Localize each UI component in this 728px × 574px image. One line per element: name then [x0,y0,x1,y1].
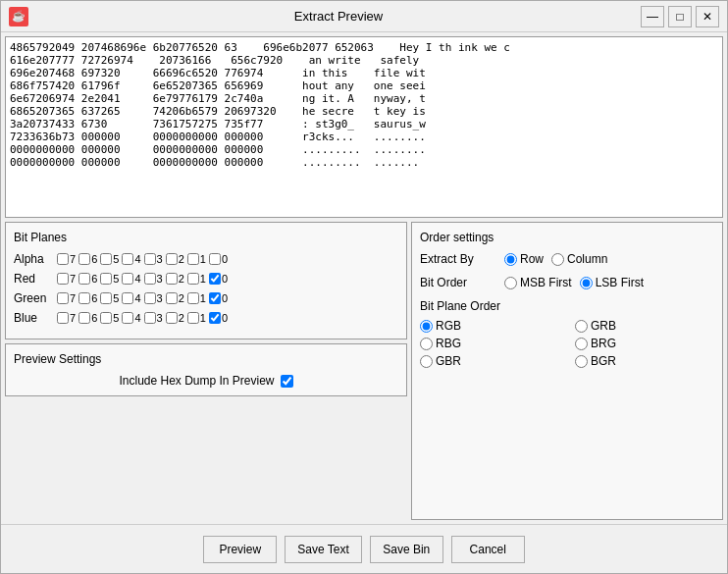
green-bit-6-checkbox[interactable] [78,292,90,304]
alpha-bit-5-checkbox[interactable] [100,253,112,265]
blue-bit-6-checkbox[interactable] [78,312,90,324]
extract-by-column-option: Column [551,252,607,266]
blue-bit-7: 7 [57,312,76,324]
green-bit-2-checkbox[interactable] [166,292,178,304]
red-label: Red [14,272,53,286]
red-bit-0-checkbox[interactable] [209,273,221,285]
green-bit-1-checkbox[interactable] [187,292,199,304]
save-text-button[interactable]: Save Text [285,536,361,563]
preview-settings-title: Preview Settings [14,352,398,366]
hex-dump-checkbox[interactable] [281,375,293,388]
bit-plane-order-grid: RGB GRB RBG BRG [420,319,714,368]
alpha-bits: 7 6 5 4 3 2 1 0 [57,253,228,265]
maximize-button[interactable]: □ [668,6,692,27]
alpha-label: Alpha [14,252,53,266]
blue-bit-7-checkbox[interactable] [57,312,69,324]
alpha-bit-5: 5 [100,253,119,265]
alpha-bit-2: 2 [166,253,184,265]
blue-bit-5: 5 [100,312,119,324]
bit-order-row: Bit Order MSB First LSB First [420,276,714,289]
alpha-bit-6: 6 [78,253,97,265]
bpo-rgb-radio[interactable] [420,320,433,333]
red-bit-6: 6 [78,273,97,285]
green-bit-5-checkbox[interactable] [100,292,112,304]
bit-order-options: MSB First LSB First [504,276,644,289]
blue-bit-3: 3 [144,312,163,324]
blue-bit-2: 2 [166,312,184,324]
blue-bit-6: 6 [78,312,97,324]
red-bit-4-checkbox[interactable] [122,273,133,285]
bpo-gbr: GBR [420,354,559,368]
extract-by-row-radio[interactable] [504,253,517,266]
red-bit-7-checkbox[interactable] [57,273,69,285]
main-content: Bit Planes Alpha 7 6 5 4 3 2 1 0 [1,218,727,524]
green-bit-5: 5 [100,292,119,304]
preview-button[interactable]: Preview [203,536,277,563]
green-bit-3-checkbox[interactable] [144,292,156,304]
window-title: Extract Preview [36,9,641,24]
alpha-bit-6-checkbox[interactable] [78,253,90,265]
bit-plane-order-title: Bit Plane Order [420,299,714,313]
order-settings-panel: Order settings Extract By Row Column [411,222,723,520]
extract-by-column-radio[interactable] [551,253,564,266]
red-bit-1-checkbox[interactable] [187,273,199,285]
green-bit-4-checkbox[interactable] [122,292,133,304]
red-bit-0: 0 [209,273,228,285]
green-bit-4: 4 [122,292,140,304]
blue-bit-4-checkbox[interactable] [122,312,133,324]
msb-first-option: MSB First [504,276,572,289]
red-bit-5-checkbox[interactable] [100,273,112,285]
bpo-grb-radio[interactable] [575,320,588,333]
blue-bit-3-checkbox[interactable] [144,312,156,324]
bpo-rbg-radio[interactable] [420,338,433,350]
blue-label: Blue [14,311,53,325]
bpo-gbr-radio[interactable] [420,355,433,368]
blue-bit-0-checkbox[interactable] [209,312,221,324]
title-bar: ☕ Extract Preview — □ ✕ [1,1,727,32]
cancel-button[interactable]: Cancel [451,536,525,563]
close-button[interactable]: ✕ [696,6,719,27]
alpha-bit-7-checkbox[interactable] [57,253,69,265]
minimize-button[interactable]: — [641,6,664,27]
red-bit-2: 2 [166,273,184,285]
alpha-bit-3-checkbox[interactable] [144,253,156,265]
alpha-bit-1-checkbox[interactable] [187,253,199,265]
alpha-bit-0-checkbox[interactable] [209,253,221,265]
preview-settings-panel: Preview Settings Include Hex Dump In Pre… [5,343,407,396]
alpha-bit-4-checkbox[interactable] [122,253,133,265]
green-label: Green [14,291,53,305]
red-bit-4: 4 [122,273,140,285]
alpha-bit-3: 3 [144,253,163,265]
bpo-rgb: RGB [420,319,559,333]
red-bit-2-checkbox[interactable] [166,273,178,285]
order-settings-title: Order settings [420,231,714,244]
alpha-bit-2-checkbox[interactable] [166,253,178,265]
save-bin-button[interactable]: Save Bin [370,536,443,563]
bpo-bgr-radio[interactable] [575,355,588,368]
green-bit-2: 2 [166,292,184,304]
red-bit-3-checkbox[interactable] [144,273,156,285]
bpo-brg-radio[interactable] [575,338,588,350]
green-bit-1: 1 [187,292,206,304]
extract-by-row: Extract By Row Column [420,252,714,266]
red-bit-5: 5 [100,273,119,285]
window-controls: — □ ✕ [641,6,719,27]
bpo-grb: GRB [575,319,714,333]
lsb-first-radio[interactable] [580,277,593,289]
blue-bit-1-checkbox[interactable] [187,312,199,324]
red-bit-6-checkbox[interactable] [78,273,90,285]
blue-bit-5-checkbox[interactable] [100,312,112,324]
alpha-bit-4: 4 [122,253,140,265]
green-bit-3: 3 [144,292,163,304]
preview-text[interactable]: 4865792049 207468696e 6b20776520 63 696e… [6,37,722,217]
blue-bit-1: 1 [187,312,206,324]
msb-first-radio[interactable] [504,277,517,289]
blue-bit-2-checkbox[interactable] [166,312,178,324]
red-bits: 7 6 5 4 3 2 1 0 [57,273,228,285]
green-bit-7-checkbox[interactable] [57,292,69,304]
bit-plane-order-section: Bit Plane Order RGB GRB RBG [420,299,714,368]
hex-dump-row: Include Hex Dump In Preview [14,374,398,388]
green-bit-0-checkbox[interactable] [209,292,221,304]
lsb-first-option: LSB First [580,276,644,289]
green-bit-6: 6 [78,292,97,304]
